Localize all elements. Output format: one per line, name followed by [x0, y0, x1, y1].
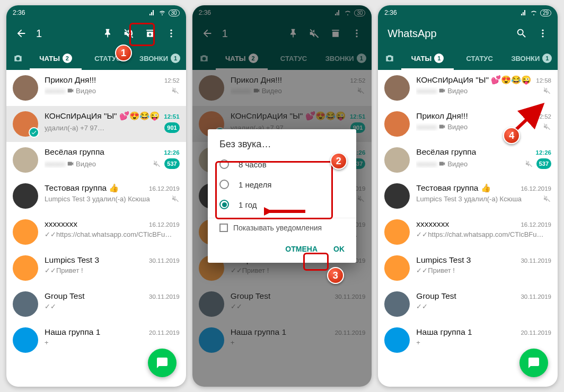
- chat-item[interactable]: Group Test30.11.2019✓✓: [6, 286, 186, 322]
- chat-time: 16.12.2019: [521, 221, 551, 228]
- avatar[interactable]: [13, 75, 38, 101]
- chat-name: Тестовая группа 👍: [416, 183, 490, 193]
- cancel-button[interactable]: ОТМЕНА: [279, 240, 324, 257]
- chat-message: ✓✓: [416, 302, 428, 310]
- chat-name: Lumpics Test 3: [416, 255, 471, 265]
- main-header: WhatsApp ЧАТЫ1 СТАТУС ЗВОНКИ1: [378, 20, 558, 70]
- annotation-2: 2: [330, 153, 347, 170]
- tab-calls[interactable]: ЗВОНКИ1: [134, 47, 186, 70]
- chat-message: xxxxxx Видео: [416, 160, 468, 168]
- dialog-overlay: Без звука… 8 часов 1 неделя 1 год Показы…: [192, 5, 372, 387]
- status-bar: 2:36 29: [378, 5, 558, 20]
- tab-camera[interactable]: [378, 47, 401, 70]
- chat-time: 16.12.2019: [149, 221, 180, 228]
- chat-time: 20.11.2019: [149, 329, 180, 336]
- chat-item[interactable]: Прикол Дня!!!12:52xxxxxx Видео: [6, 70, 186, 106]
- calls-badge: 1: [171, 54, 180, 63]
- annotation-1: 1: [115, 44, 132, 61]
- chat-item[interactable]: КОнСпИрАцИя "Ы" 💕😍😂😜12:51удалил(-а) +7 9…: [6, 106, 186, 142]
- new-chat-fab[interactable]: [148, 349, 177, 377]
- chat-item[interactable]: Тестовая группа 👍16.12.2019Lumpics Test …: [6, 178, 186, 214]
- svg-line-10: [516, 105, 542, 130]
- avatar[interactable]: [384, 75, 410, 101]
- tab-chats[interactable]: ЧАТЫ1: [401, 47, 453, 70]
- chat-message: ✓✓https://chat.whatsapp.com/CTlcBFu…: [45, 230, 172, 238]
- video-icon: [438, 160, 446, 167]
- avatar[interactable]: [384, 255, 410, 281]
- svg-point-9: [542, 35, 543, 37]
- tab-chats[interactable]: ЧАТЫ2: [30, 47, 82, 70]
- chat-name: Прикол Дня!!!: [45, 75, 96, 85]
- wifi-icon: [530, 10, 538, 16]
- more-button[interactable]: [532, 23, 553, 44]
- chat-message: xxxxxx Видео: [416, 123, 468, 131]
- chat-message: xxxxxx Видео: [45, 87, 96, 95]
- avatar[interactable]: [384, 147, 410, 173]
- checkbox-icon: [219, 224, 228, 232]
- avatar[interactable]: [13, 183, 38, 209]
- chats-badge: 2: [63, 54, 72, 63]
- selected-check-icon: [29, 127, 39, 138]
- chat-message: Lumpics Test 3 удалил(-а) Ксюша: [45, 195, 150, 203]
- avatar[interactable]: [384, 183, 410, 209]
- tab-calls[interactable]: ЗВОНКИ1: [506, 47, 558, 70]
- show-notifications-checkbox[interactable]: Показывать уведомления: [208, 218, 356, 237]
- svg-point-8: [542, 32, 543, 34]
- chat-item[interactable]: xxxxxxxx16.12.2019✓✓https://chat.whatsap…: [378, 214, 558, 250]
- signal-icon: [520, 10, 527, 16]
- mute-button[interactable]: [118, 23, 139, 44]
- tab-status[interactable]: СТАТУС: [454, 47, 506, 70]
- chat-message: Lumpics Test 3 удалил(-а) Ксюша: [416, 195, 522, 203]
- svg-point-1: [170, 32, 172, 34]
- phone-1: 2:36 30 1 ЧАТЫ2 СТАТУС ЗВОНКИ1 Прикол Дн…: [6, 5, 186, 387]
- muted-icon: [153, 159, 161, 168]
- avatar[interactable]: [13, 219, 38, 245]
- avatar[interactable]: [13, 291, 38, 317]
- chat-time: 12:58: [536, 77, 551, 84]
- search-button[interactable]: [511, 23, 532, 44]
- chat-message: ✓✓https://chat.whatsapp.com/CTlcBFu…: [416, 230, 543, 238]
- more-button[interactable]: [161, 23, 182, 44]
- chat-message: xxxxxx Видео: [45, 160, 96, 168]
- chat-time: 30.11.2019: [521, 293, 551, 300]
- ok-button[interactable]: OK: [327, 240, 351, 257]
- new-chat-fab[interactable]: [519, 349, 548, 377]
- chat-name: xxxxxxxx: [416, 219, 449, 229]
- app-title: WhatsApp: [382, 28, 511, 40]
- chat-name: Весёлая группа: [416, 147, 476, 157]
- chat-name: Весёлая группа: [45, 147, 104, 157]
- avatar[interactable]: [384, 291, 410, 317]
- radio-icon: [219, 159, 229, 169]
- back-button[interactable]: [11, 23, 32, 44]
- chat-time: 16.12.2019: [521, 185, 551, 192]
- chat-item[interactable]: Тестовая группа 👍16.12.2019Lumpics Test …: [378, 178, 558, 214]
- radio-1week[interactable]: 1 неделя: [208, 174, 356, 194]
- archive-button[interactable]: [139, 23, 161, 44]
- pin-button[interactable]: [97, 23, 118, 44]
- chat-name: Наша группа 1: [45, 327, 100, 337]
- avatar[interactable]: [13, 327, 38, 353]
- arrow-icon: [264, 204, 306, 218]
- chat-item[interactable]: Lumpics Test 330.11.2019✓✓Привет !: [378, 250, 558, 286]
- chat-item[interactable]: Весёлая группа12:26xxxxxx Видео537: [378, 142, 558, 178]
- avatar[interactable]: [13, 147, 38, 173]
- annotation-3: 3: [327, 267, 344, 284]
- chat-item[interactable]: Весёлая группа12:26xxxxxx Видео537: [6, 142, 186, 178]
- chat-item[interactable]: xxxxxxxx16.12.2019✓✓https://chat.whatsap…: [6, 214, 186, 250]
- chat-message: xxxxxx Видео: [416, 87, 468, 95]
- chat-message: ✓✓: [45, 302, 56, 310]
- chat-time: 12:52: [164, 77, 180, 84]
- avatar[interactable]: [384, 327, 410, 353]
- chat-message: +: [45, 338, 49, 346]
- phone-3: 2:36 29 WhatsApp ЧАТЫ1 СТАТУС ЗВОНКИ1 КО…: [378, 5, 558, 387]
- video-icon: [438, 123, 446, 130]
- muted-icon: [171, 194, 180, 203]
- chat-time: 12:51: [164, 113, 179, 120]
- avatar[interactable]: [13, 255, 38, 281]
- tab-camera[interactable]: [6, 47, 30, 70]
- avatar[interactable]: [384, 111, 410, 137]
- chat-item[interactable]: Group Test30.11.2019✓✓: [378, 286, 558, 322]
- avatar[interactable]: [384, 219, 410, 245]
- chat-item[interactable]: Lumpics Test 330.11.2019✓✓Привет !: [6, 250, 186, 286]
- chat-list[interactable]: Прикол Дня!!!12:52xxxxxx ВидеоКОнСпИрАцИ…: [6, 70, 186, 360]
